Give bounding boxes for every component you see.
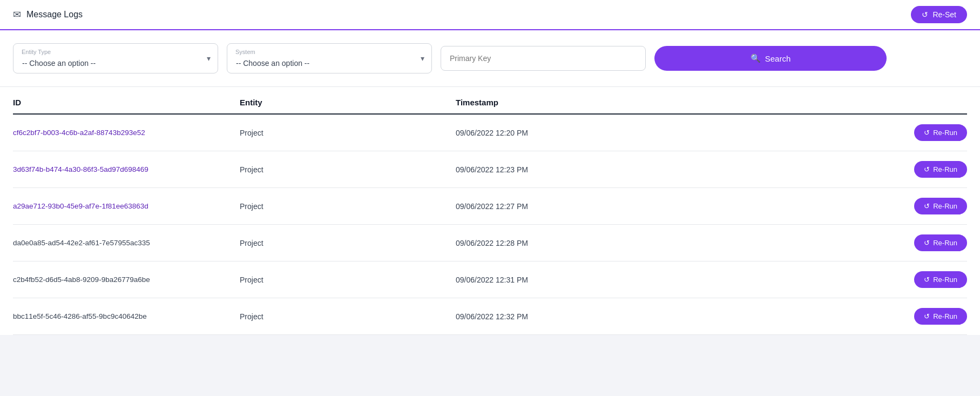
rerun-icon: ↺ [924,312,930,320]
rerun-label: Re-Run [933,312,957,320]
header: ✉ Message Logs ↺ Re-Set [0,0,980,30]
table-row: cf6c2bf7-b003-4c6b-a2af-88743b293e52 Pro… [13,115,967,151]
filter-bar: Entity Type -- Choose an option -- ▾ Sys… [0,30,980,87]
cell-action: ↺ Re-Run [870,124,967,141]
search-button[interactable]: 🔍 Search [654,46,887,71]
table-body: cf6c2bf7-b003-4c6b-a2af-88743b293e52 Pro… [13,115,967,335]
rerun-button[interactable]: ↺ Re-Run [914,124,967,141]
cell-action: ↺ Re-Run [870,161,967,178]
cell-timestamp: 09/06/2022 12:31 PM [456,276,870,284]
reset-icon: ↺ [922,10,928,19]
cell-id: 3d63f74b-b474-4a30-86f3-5ad97d698469 [13,165,240,173]
cell-timestamp: 09/06/2022 12:28 PM [456,239,870,247]
cell-id: cf6c2bf7-b003-4c6b-a2af-88743b293e52 [13,129,240,137]
cell-entity: Project [240,312,456,321]
table-section: ID Entity Timestamp cf6c2bf7-b003-4c6b-a… [0,87,980,335]
cell-entity: Project [240,129,456,137]
rerun-button[interactable]: ↺ Re-Run [914,198,967,214]
col-id: ID [13,98,240,107]
rerun-label: Re-Run [933,239,957,247]
rerun-button[interactable]: ↺ Re-Run [914,234,967,251]
cell-timestamp: 09/06/2022 12:32 PM [456,312,870,321]
cell-action: ↺ Re-Run [870,271,967,288]
rerun-label: Re-Run [933,276,957,284]
table-row: a29ae712-93b0-45e9-af7e-1f81ee63863d Pro… [13,188,967,225]
col-entity: Entity [240,98,456,107]
rerun-button[interactable]: ↺ Re-Run [914,308,967,325]
table-header: ID Entity Timestamp [13,87,967,115]
rerun-label: Re-Run [933,202,957,210]
cell-timestamp: 09/06/2022 12:27 PM [456,202,870,211]
cell-action: ↺ Re-Run [870,198,967,214]
search-icon: 🔍 [751,53,761,63]
cell-timestamp: 09/06/2022 12:23 PM [456,165,870,174]
rerun-icon: ↺ [924,165,930,173]
system-select[interactable]: -- Choose an option -- [227,43,432,73]
cell-entity: Project [240,239,456,247]
table-row: bbc11e5f-5c46-4286-af55-9bc9c40642be Pro… [13,298,967,335]
page-wrapper: ✉ Message Logs ↺ Re-Set Entity Type -- C… [0,0,980,396]
cell-action: ↺ Re-Run [870,234,967,251]
reset-button[interactable]: ↺ Re-Set [911,6,967,23]
rerun-icon: ↺ [924,202,930,210]
col-action [870,98,967,107]
email-icon: ✉ [13,9,21,21]
entity-type-select[interactable]: -- Choose an option -- [13,43,218,73]
system-wrapper: System -- Choose an option -- ▾ [227,43,432,73]
cell-id: da0e0a85-ad54-42e2-af61-7e57955ac335 [13,239,240,247]
table-row: 3d63f74b-b474-4a30-86f3-5ad97d698469 Pro… [13,151,967,188]
table-row: c2b4fb52-d6d5-4ab8-9209-9ba26779a6be Pro… [13,261,967,298]
table-row: da0e0a85-ad54-42e2-af61-7e57955ac335 Pro… [13,225,967,261]
rerun-label: Re-Run [933,129,957,137]
page-title: Message Logs [26,10,83,19]
rerun-icon: ↺ [924,129,930,137]
col-timestamp: Timestamp [456,98,870,107]
rerun-button[interactable]: ↺ Re-Run [914,271,967,288]
cell-timestamp: 09/06/2022 12:20 PM [456,129,870,137]
cell-entity: Project [240,276,456,284]
cell-action: ↺ Re-Run [870,308,967,325]
cell-entity: Project [240,202,456,211]
cell-entity: Project [240,165,456,174]
cell-id: c2b4fb52-d6d5-4ab8-9209-9ba26779a6be [13,276,240,284]
rerun-icon: ↺ [924,276,930,284]
primary-key-input[interactable] [441,46,646,71]
rerun-icon: ↺ [924,239,930,247]
entity-type-wrapper: Entity Type -- Choose an option -- ▾ [13,43,218,73]
cell-id: a29ae712-93b0-45e9-af7e-1f81ee63863d [13,202,240,210]
rerun-label: Re-Run [933,165,957,173]
header-title-wrap: ✉ Message Logs [13,9,83,21]
rerun-button[interactable]: ↺ Re-Run [914,161,967,178]
cell-id: bbc11e5f-5c46-4286-af55-9bc9c40642be [13,312,240,320]
reset-label: Re-Set [932,10,956,19]
search-label: Search [765,54,791,63]
